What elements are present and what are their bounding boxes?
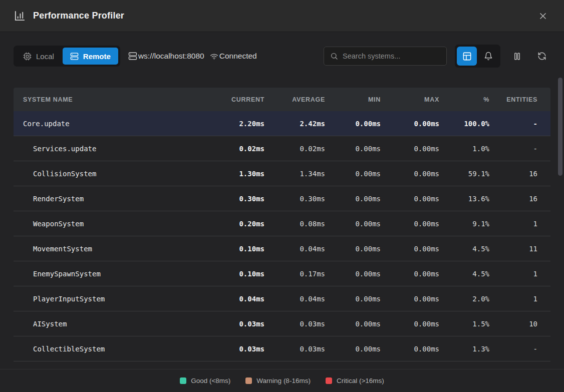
max-cell: 0.00ms (381, 120, 439, 128)
average-cell: 1.34ms (264, 170, 325, 178)
connection-status: Connected (219, 52, 257, 61)
entities-cell: - (489, 120, 550, 128)
systems-table: SYSTEM NAME CURRENT AVERAGE MIN MAX % EN… (14, 88, 550, 368)
system-name-cell: RenderSystem (14, 195, 199, 203)
search-input[interactable] (343, 52, 440, 60)
entities-cell: 11 (489, 245, 550, 253)
column-header-min: MIN (325, 96, 381, 103)
entities-cell: 1 (489, 295, 550, 303)
column-header-average: AVERAGE (264, 96, 325, 103)
table-row[interactable]: MovementSystem 0.10ms 0.04ms 0.00ms 0.00… (14, 236, 550, 261)
max-cell: 0.00ms (381, 195, 439, 203)
min-cell: 0.00ms (325, 120, 381, 128)
current-cell: 0.02ms (199, 145, 264, 153)
system-name-cell: WeaponSystem (14, 220, 199, 228)
column-header-system-name: SYSTEM NAME (14, 96, 199, 103)
current-cell: 0.03ms (199, 320, 264, 328)
table-row[interactable]: Services.update 0.02ms 0.02ms 0.00ms 0.0… (14, 136, 550, 161)
remote-mode-label: Remote (83, 52, 111, 61)
entities-cell: - (489, 145, 550, 153)
table-row[interactable]: AISystem 0.03ms 0.03ms 0.00ms 0.00ms 1.5… (14, 311, 550, 336)
search-icon (330, 52, 338, 60)
min-cell: 0.00ms (325, 170, 381, 178)
page-title: Performance Profiler (33, 11, 528, 21)
titlebar: Performance Profiler (0, 0, 564, 32)
pause-button[interactable] (508, 47, 525, 66)
max-cell: 0.00ms (381, 145, 439, 153)
good-color-swatch (180, 377, 186, 384)
column-header-max: MAX (381, 96, 439, 103)
legend-label-good: Good (<8ms) (191, 377, 230, 384)
min-cell: 0.00ms (325, 320, 381, 328)
system-name-cell: Services.update (14, 145, 199, 153)
table-row[interactable]: PlayerInputSystem 0.04ms 0.04ms 0.00ms 0… (14, 286, 550, 311)
legend-label-critical: Critical (>16ms) (337, 377, 384, 384)
percent-cell: 100.0% (439, 120, 489, 128)
cpu-icon (23, 52, 32, 61)
min-cell: 0.00ms (325, 295, 381, 303)
average-cell: 0.03ms (264, 320, 325, 328)
entities-cell: 16 (489, 170, 550, 178)
table-row[interactable]: Core.update 2.20ms 2.42ms 0.00ms 0.00ms … (14, 111, 550, 136)
max-cell: 0.00ms (381, 170, 439, 178)
search-box (324, 47, 447, 66)
min-cell: 0.00ms (325, 245, 381, 253)
legend-footer: Good (<8ms) Warning (8-16ms) Critical (>… (0, 369, 564, 392)
max-cell: 0.00ms (381, 295, 439, 303)
table-header-row: SYSTEM NAME CURRENT AVERAGE MIN MAX % EN… (14, 88, 550, 111)
alerts-button[interactable] (478, 47, 498, 66)
percent-cell: 59.1% (439, 170, 489, 178)
entities-cell: - (489, 345, 550, 353)
table-row[interactable]: EnemySpawnSystem 0.10ms 0.17ms 0.00ms 0.… (14, 261, 550, 286)
max-cell: 0.00ms (381, 345, 439, 353)
table-row[interactable]: RenderSystem 0.30ms 0.30ms 0.00ms 0.00ms… (14, 186, 550, 211)
toolbar: Local Remote ws://localhost:8080 (0, 44, 564, 68)
pause-icon (512, 52, 522, 61)
average-cell: 0.30ms (264, 195, 325, 203)
average-cell: 2.42ms (264, 120, 325, 128)
legend-label-warning: Warning (8-16ms) (256, 377, 311, 384)
current-cell: 0.03ms (199, 345, 264, 353)
system-name-cell: CollectibleSystem (14, 345, 199, 353)
remote-mode-button[interactable]: Remote (63, 48, 118, 65)
bell-icon (484, 52, 493, 61)
min-cell: 0.00ms (325, 220, 381, 228)
average-cell: 0.04ms (264, 245, 325, 253)
close-button[interactable] (536, 9, 550, 23)
column-header-entities: ENTITIES (489, 96, 550, 103)
percent-cell: 1.0% (439, 145, 489, 153)
close-icon (538, 11, 548, 21)
min-cell: 0.00ms (325, 145, 381, 153)
max-cell: 0.00ms (381, 220, 439, 228)
percent-cell: 4.5% (439, 245, 489, 253)
average-cell: 0.02ms (264, 145, 325, 153)
average-cell: 0.17ms (264, 270, 325, 278)
current-cell: 0.30ms (199, 195, 264, 203)
entities-cell: 10 (489, 320, 550, 328)
percent-cell: 1.3% (439, 345, 489, 353)
warning-color-swatch (245, 377, 252, 384)
view-toggle-group (455, 45, 500, 68)
table-row[interactable]: CollisionSystem 1.30ms 1.34ms 0.00ms 0.0… (14, 161, 550, 186)
table-view-button[interactable] (457, 47, 477, 66)
table-body: Core.update 2.20ms 2.42ms 0.00ms 0.00ms … (14, 111, 550, 361)
vertical-scrollbar-thumb[interactable] (558, 78, 562, 176)
connection-info: ws://localhost:8080 Connected (128, 52, 257, 61)
system-name-cell: MovementSystem (14, 245, 199, 253)
entities-cell: 16 (489, 195, 550, 203)
system-name-cell: EnemySpawnSystem (14, 270, 199, 278)
table-row[interactable]: CollectibleSystem 0.03ms 0.03ms 0.00ms 0… (14, 336, 550, 361)
percent-cell: 4.5% (439, 270, 489, 278)
refresh-button[interactable] (533, 47, 550, 66)
table-row[interactable]: WeaponSystem 0.20ms 0.08ms 0.00ms 0.00ms… (14, 211, 550, 236)
percent-cell: 2.0% (439, 295, 489, 303)
min-cell: 0.00ms (325, 195, 381, 203)
local-mode-button[interactable]: Local (16, 48, 62, 65)
max-cell: 0.00ms (381, 245, 439, 253)
min-cell: 0.00ms (325, 345, 381, 353)
system-name-cell: PlayerInputSystem (14, 295, 199, 303)
bar-chart-icon (14, 10, 26, 22)
server-icon (70, 52, 79, 61)
connection-url-segment: ws://localhost:8080 (128, 52, 204, 61)
current-cell: 1.30ms (199, 170, 264, 178)
